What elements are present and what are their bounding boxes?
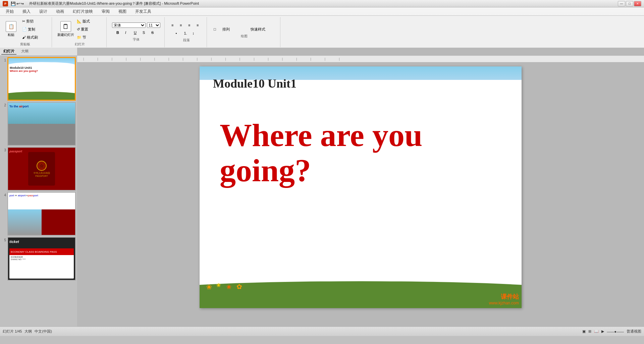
tab-slideshow[interactable]: 幻灯片放映 — [68, 7, 97, 15]
watermark-line1: 课件站 — [489, 293, 519, 301]
bold-button[interactable]: B — [115, 29, 122, 36]
panel-header: 幻灯片 大纲 — [0, 48, 77, 56]
title-bar: P 💾 ↩ ↪ 外研社新标准英语第六册Module10-Unit1-Where-… — [0, 0, 644, 7]
thumb3-label: 中华人民共和国PASSPORT — [34, 171, 50, 177]
status-right: ▣ ⊞ 📖 ▶ ——●—— 普通视图 — [582, 329, 641, 334]
language: 中文(中国) — [35, 329, 52, 334]
slide-thumb-1[interactable]: Module10 Unit1 Where are you going? — [7, 57, 76, 101]
tab-animation[interactable]: 动画 — [52, 7, 68, 15]
font-size-select[interactable]: 11 — [147, 22, 160, 28]
app-body: 幻灯片 大纲 1 Module10 Unit1 — [0, 48, 644, 327]
underline-button[interactable]: U — [132, 29, 140, 36]
slide-count: 幻灯片 1/45 — [3, 329, 22, 334]
align-right-button[interactable]: ≡ — [187, 22, 194, 29]
outline-tab[interactable]: 大纲 — [19, 48, 31, 55]
copy-button[interactable]: 📄 复制 — [21, 26, 48, 33]
strikethrough-button[interactable]: S — [150, 29, 157, 36]
thumb2-text: To the airport — [9, 105, 29, 108]
quick-access-toolbar: 💾 ↩ ↪ — [9, 1, 25, 7]
slides-panel: 幻灯片 大纲 1 Module10 Unit1 — [0, 48, 77, 327]
quick-styles-button[interactable]: 快速样式 — [249, 26, 276, 33]
status-left: 幻灯片 1/45 大纲 中文(中国) — [3, 329, 52, 334]
slide-num-2: 2 — [1, 103, 6, 107]
slide-thumb-3[interactable]: ☆ 中华人民共和国PASSPORT passport — [7, 147, 76, 191]
theme-name: 大纲 — [24, 329, 32, 334]
tab-design[interactable]: 设计 — [35, 7, 52, 15]
cut-button[interactable]: ✂ 剪切 — [21, 18, 48, 24]
ribbon: 开始 插入 设计 动画 幻灯片放映 审阅 视图 开发工具 📋 粘贴 ✂ 剪切 📄… — [0, 7, 644, 48]
format-painter-button[interactable]: 🖌 格式刷 — [21, 34, 48, 41]
paragraph-group: ≡ ≡ ≡ ≡ • 1. ↕ 段落 — [170, 17, 207, 47]
slide-num-3: 3 — [1, 148, 6, 152]
paste-button[interactable]: 📋 粘贴 — [3, 19, 19, 39]
view-slide-sorter[interactable]: ⊞ — [588, 329, 591, 334]
bullets-button[interactable]: • — [174, 30, 182, 37]
reset-button[interactable]: ↺ 重置 — [75, 26, 102, 33]
zoom-percent: 普通视图 — [627, 329, 641, 334]
tab-review[interactable]: 审阅 — [97, 7, 114, 15]
slide-thumb-1-container: 1 Module10 Unit1 Where are you going? — [1, 57, 76, 101]
align-left-button[interactable]: ≡ — [170, 22, 177, 29]
view-reading[interactable]: 📖 — [594, 329, 599, 334]
maximize-button[interactable]: □ — [626, 1, 633, 6]
clipboard-group: 📋 粘贴 ✂ 剪切 📄 复制 🖌 格式刷 剪贴板 — [3, 17, 52, 47]
slide-thumb-5[interactable]: ticket ECONOMY CLASS BOARDING PASS 经济舱登机… — [7, 237, 76, 281]
tab-view[interactable]: 视图 — [114, 7, 131, 15]
font-group-label: 字体 — [133, 37, 140, 42]
slides-group: 🗒 新建幻灯片 📐 版式 ↺ 重置 📁 节 幻灯片 — [57, 17, 107, 47]
app-icon: P — [3, 1, 8, 6]
thumb3-passport-text: passport — [9, 150, 22, 153]
main-slide[interactable]: ❀ ❀ ❀ ✿ Module10 Unit1 Where are you goi… — [200, 66, 522, 308]
align-center-button[interactable]: ≡ — [178, 22, 186, 29]
slide-thumb-4[interactable]: port ⇔ airport⇒passport — [7, 192, 76, 236]
slides-list: 1 Module10 Unit1 Where are you going? — [0, 56, 77, 327]
italic-button[interactable]: I — [124, 29, 131, 36]
thumb3-emblem: ☆ — [37, 161, 47, 171]
slides-tab[interactable]: 幻灯片 — [1, 48, 16, 55]
view-slideshow[interactable]: ▶ — [601, 329, 604, 334]
new-slide-button[interactable]: 🗒 新建幻灯片 — [57, 19, 74, 39]
font-group: 宋体 11 B I U S S 字体 — [112, 17, 165, 47]
thumb5-ticket-img: ECONOMY CLASS BOARDING PASS 经济舱登机牌 ZHANG… — [9, 248, 74, 279]
view-normal[interactable]: ▣ — [582, 329, 586, 334]
numbering-button[interactable]: 1. — [183, 30, 190, 37]
main-editing-area: ||||||||||||||||||| ❀ ❀ ❀ ✿ Module10 Uni… — [77, 48, 644, 327]
title-text: 外研社新标准英语第六册Module10-Unit1-Where-are-you-… — [29, 1, 199, 6]
tab-insert[interactable]: 插入 — [18, 7, 35, 15]
ribbon-content: 📋 粘贴 ✂ 剪切 📄 复制 🖌 格式刷 剪贴板 🗒 新建幻灯片 📐 版式 — [0, 15, 644, 49]
thumb5-ticket-text: ticket — [9, 240, 19, 244]
layout-button[interactable]: 📐 版式 — [75, 18, 102, 24]
tab-developer[interactable]: 开发工具 — [131, 7, 156, 15]
slide-thumb-3-container: 3 ☆ 中华人民共和国PASSPORT passport — [1, 147, 76, 191]
drawing-group-label: 绘图 — [241, 34, 248, 39]
title-bar-left: P 💾 ↩ ↪ 外研社新标准英语第六册Module10-Unit1-Where-… — [3, 1, 199, 7]
slide-num-4: 4 — [1, 193, 6, 197]
ribbon-tabs: 开始 插入 设计 动画 幻灯片放映 审阅 视图 开发工具 — [0, 7, 644, 15]
redo-btn[interactable]: ↪ — [20, 1, 24, 6]
slide-thumb-4-container: 4 port ⇔ airport⇒passport — [1, 192, 76, 236]
tab-start[interactable]: 开始 — [1, 7, 18, 15]
shape-button[interactable]: □ — [212, 26, 220, 33]
paragraph-group-label: 段落 — [183, 38, 190, 43]
line-spacing-button[interactable]: ↕ — [191, 30, 199, 37]
watermark-line2: www.kjzhan.com — [489, 301, 519, 305]
status-bar: 幻灯片 1/45 大纲 中文(中国) ▣ ⊞ 📖 ▶ ——●—— 普通视图 — [0, 327, 644, 336]
slide-title: Module10 Unit1 — [213, 77, 297, 90]
slide-thumb-2[interactable]: To the airport — [7, 102, 76, 146]
slide-num-5: 5 — [1, 238, 6, 242]
undo-btn[interactable]: ↩ — [16, 1, 20, 6]
slide-main-text: Where are you going? — [213, 117, 508, 188]
minimize-button[interactable]: — — [618, 1, 625, 6]
slide-thumb-5-container: 5 ticket ECONOMY CLASS BOARDING PASS 经济舱… — [1, 237, 76, 281]
horizontal-ruler: ||||||||||||||||||| — [77, 56, 644, 62]
arrange-button[interactable]: 排列 — [221, 26, 248, 33]
save-btn[interactable]: 💾 — [11, 1, 16, 6]
window-controls[interactable]: — □ ✕ — [618, 1, 641, 6]
shadow-button[interactable]: S — [141, 29, 149, 36]
font-family-select[interactable]: 宋体 — [112, 22, 146, 28]
zoom-slider[interactable]: ——●—— — [607, 330, 624, 334]
justify-button[interactable]: ≡ — [195, 22, 203, 29]
section-button[interactable]: 📁 节 — [75, 34, 102, 41]
close-button[interactable]: ✕ — [634, 1, 641, 6]
thumb1-subtitle: Where are you going? — [8, 69, 39, 72]
